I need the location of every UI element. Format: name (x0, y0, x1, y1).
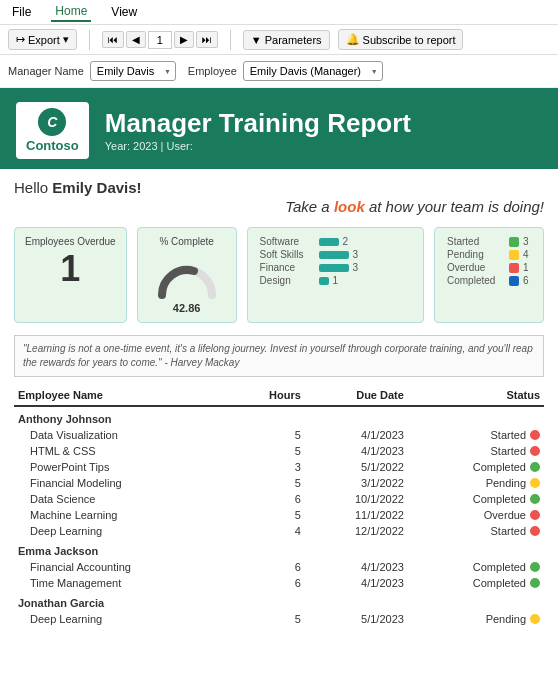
first-page-button[interactable]: ⏮ (102, 31, 124, 48)
skill-design-label: Design (260, 275, 315, 286)
status-pending-count: 4 (523, 249, 529, 260)
due-ml: 11/1/2022 (305, 507, 408, 523)
table-row: Anthony Johnson (14, 406, 544, 427)
report-title: Manager Training Report (105, 109, 411, 138)
course-fin-model: Financial Modeling (14, 475, 233, 491)
status-dot-icon (530, 494, 540, 504)
course-data-sci: Data Science (14, 491, 233, 507)
skill-softskills: Soft Skills 3 (260, 249, 411, 260)
due-dl-jonathan: 5/1/2023 (305, 611, 408, 627)
hours-data-viz: 5 (233, 427, 305, 443)
manager-select-wrap: Emily Davis (90, 61, 176, 81)
next-page-button[interactable]: ▶ (174, 31, 194, 48)
toolbar-separator-2 (230, 30, 231, 50)
status-label: Completed (473, 577, 526, 589)
table-row: Financial Modeling 5 3/1/2022 Pending (14, 475, 544, 491)
status-dl-anthony: Started (408, 523, 544, 539)
status-time-mgmt: Completed (408, 575, 544, 591)
status-label: Started (491, 429, 526, 441)
status-completed-row: Completed 6 (447, 275, 531, 286)
status-pending-label: Pending (447, 249, 505, 260)
employee-select[interactable]: Emily Davis (Manager) (243, 61, 383, 81)
filters-row: Manager Name Emily Davis Employee Emily … (0, 55, 558, 88)
hours-fin-model: 5 (233, 475, 305, 491)
status-label: Completed (473, 461, 526, 473)
table-row: Jonathan Garcia (14, 591, 544, 611)
employee-filter-label: Employee (188, 65, 237, 77)
status-html-css: Started (408, 443, 544, 459)
employee-filter-group: Employee Emily Davis (Manager) (188, 61, 383, 81)
tagline-pre: Take a (285, 198, 334, 215)
status-data-sci: Completed (408, 491, 544, 507)
tagline-look: look (334, 198, 365, 215)
table-row: Time Management 6 4/1/2023 Completed (14, 575, 544, 591)
due-dl-anthony: 12/1/2022 (305, 523, 408, 539)
status-label: Completed (473, 493, 526, 505)
course-ml: Machine Learning (14, 507, 233, 523)
menu-view[interactable]: View (107, 3, 141, 21)
greeting-label: Hello (14, 179, 52, 196)
status-pending-row: Pending 4 (447, 249, 531, 260)
status-overdue-dot (509, 263, 519, 273)
table-row: Deep Learning 4 12/1/2022 Started (14, 523, 544, 539)
page-number[interactable]: 1 (148, 31, 172, 49)
export-chevron-icon: ▾ (63, 33, 69, 46)
menu-bar: File Home View (0, 0, 558, 25)
parameters-button[interactable]: ▼ Parameters (243, 30, 330, 50)
employee-name-emma: Emma Jackson (14, 539, 544, 559)
due-data-viz: 4/1/2023 (305, 427, 408, 443)
table-header: Employee Name Hours Due Date Status (14, 385, 544, 406)
hello-section: Hello Emily Davis! Take a look at how yo… (0, 169, 558, 219)
table-body: Anthony Johnson Data Visualization 5 4/1… (14, 406, 544, 627)
toolbar: ↦ Export ▾ ⏮ ◀ 1 ▶ ⏭ ▼ Parameters 🔔 Subs… (0, 25, 558, 55)
menu-home[interactable]: Home (51, 2, 91, 22)
skill-finance-label: Finance (260, 262, 315, 273)
skill-design-bar (319, 277, 329, 285)
table-row: Deep Learning 5 5/1/2023 Pending (14, 611, 544, 627)
status-box: Started 3 Pending 4 Overdue 1 Completed … (434, 227, 544, 323)
logo-area: C Contoso (16, 102, 89, 159)
status-dot-icon (530, 526, 540, 536)
percent-box: % Complete 42.86 (137, 227, 237, 323)
prev-page-button[interactable]: ◀ (126, 31, 146, 48)
employee-name-anthony: Anthony Johnson (14, 406, 544, 427)
status-overdue-count: 1 (523, 262, 529, 273)
skills-box: Software 2 Soft Skills 3 Finance 3 Desig… (247, 227, 424, 323)
status-dot-icon (530, 462, 540, 472)
manager-filter-group: Manager Name Emily Davis (8, 61, 176, 81)
col-employee-name: Employee Name (14, 385, 233, 406)
hello-text: Hello Emily Davis! (14, 179, 544, 196)
nav-buttons: ⏮ ◀ 1 ▶ ⏭ (102, 31, 218, 49)
subscribe-icon: 🔔 (346, 33, 360, 46)
col-hours: Hours (233, 385, 305, 406)
status-completed-count: 6 (523, 275, 529, 286)
table-row: HTML & CSS 5 4/1/2023 Started (14, 443, 544, 459)
col-due-date: Due Date (305, 385, 408, 406)
menu-file[interactable]: File (8, 3, 35, 21)
quote-text: "Learning is not a one-time event, it's … (23, 343, 533, 368)
table-row: Data Visualization 5 4/1/2023 Started (14, 427, 544, 443)
subscribe-button[interactable]: 🔔 Subscribe to report (338, 29, 464, 50)
status-overdue-row: Overdue 1 (447, 262, 531, 273)
course-time-mgmt: Time Management (14, 575, 233, 591)
export-button[interactable]: ↦ Export ▾ (8, 29, 77, 50)
tagline-post: at how your team is doing! (365, 198, 544, 215)
data-table: Employee Name Hours Due Date Status Anth… (14, 385, 544, 627)
table-row: Data Science 6 10/1/2022 Completed (14, 491, 544, 507)
status-label: Overdue (484, 509, 526, 521)
status-dot-icon (530, 446, 540, 456)
due-fin-model: 3/1/2022 (305, 475, 408, 491)
overdue-value: 1 (25, 251, 116, 287)
table-row: PowerPoint Tips 3 5/1/2022 Completed (14, 459, 544, 475)
logo-brand-text: Contoso (26, 138, 79, 153)
status-completed-label: Completed (447, 275, 505, 286)
manager-select[interactable]: Emily Davis (90, 61, 176, 81)
logo-c-letter: C (47, 114, 57, 130)
status-data-viz: Started (408, 427, 544, 443)
table-area: Employee Name Hours Due Date Status Anth… (0, 385, 558, 637)
table-row: Machine Learning 5 11/1/2022 Overdue (14, 507, 544, 523)
skill-software-label: Software (260, 236, 315, 247)
hours-time-mgmt: 6 (233, 575, 305, 591)
last-page-button[interactable]: ⏭ (196, 31, 218, 48)
status-label: Started (491, 445, 526, 457)
